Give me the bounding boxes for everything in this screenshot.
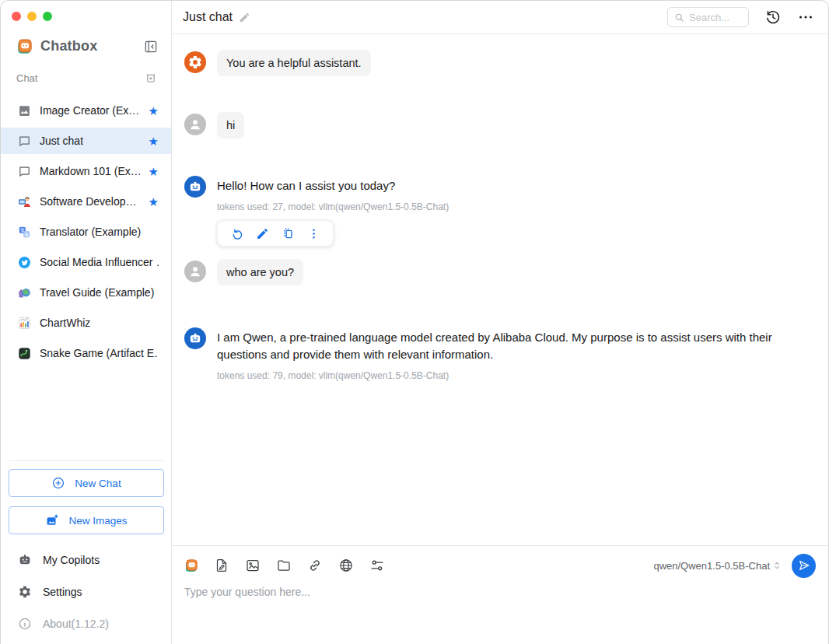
chart-icon [18,317,31,330]
sidebar-item-software-developer[interactable]: Software Develop… ★ [1,188,171,215]
star-icon[interactable]: ★ [149,105,159,117]
message-text: Hello! How can I assist you today? [217,174,449,194]
token-info: tokens used: 27, model: vllm(qwen/Qwen1.… [217,201,449,212]
sidebar-item-just-chat[interactable]: Just chat ★ [1,128,171,154]
conversation-title: Just chat [183,10,233,24]
app-window: Chatbox Chat Image Creator (Ex… ★ Just c… [0,0,829,644]
composer: qwen/Qwen1.5-0.5B-Chat [172,545,828,644]
more-actions-icon[interactable] [301,225,327,242]
star-icon[interactable]: ★ [149,166,159,177]
sidebar-item-chartwhiz[interactable]: ChartWhiz [1,310,171,336]
sidebar-item-snake-game[interactable]: Snake Game (Artifact E… [1,340,171,366]
unfold-arrows-icon [771,560,782,571]
about-button[interactable]: About(1.12.2) [1,607,171,639]
message-system: You are a helpful assistant. [184,50,816,76]
sidebar-item-image-creator[interactable]: Image Creator (Ex… ★ [1,97,171,124]
person-icon [187,117,203,132]
composer-toolbar: qwen/Qwen1.5-0.5B-Chat [184,552,816,579]
developer-icon [18,195,31,208]
main-panel: Just chat You are a helpful assistan [172,1,828,644]
model-selector[interactable]: qwen/Qwen1.5-0.5B-Chat [653,560,782,572]
message-user: who are you? [184,259,816,285]
message-text: I am Qwen, a pre-trained language model … [217,326,808,363]
message-input[interactable] [184,585,816,644]
edit-icon[interactable] [250,225,275,242]
sidebar-item-markdown-101[interactable]: Markdown 101 (Ex… ★ [1,158,171,184]
collapse-sidebar-icon[interactable] [143,39,159,54]
image-icon [18,104,31,117]
twitter-icon [18,256,31,269]
assistant-message-body: Hello! How can I assist you today? token… [217,174,449,247]
star-icon[interactable]: ★ [149,135,159,147]
sidebar-item-travel-guide[interactable]: Travel Guide (Example) [1,279,171,306]
link-icon[interactable] [307,558,323,573]
message-toolbar [217,220,334,247]
clear-conversations-icon[interactable] [145,72,157,84]
copy-icon[interactable] [275,225,301,242]
app-title: Chatbox [40,38,97,54]
sidebar: Chatbox Chat Image Creator (Ex… ★ Just c… [1,1,172,644]
chat-bubble-icon [18,135,31,148]
tune-settings-icon[interactable] [369,558,385,573]
chat-section-label: Chat [16,72,37,84]
plus-circle-icon [51,476,65,490]
chat-section-header: Chat [16,72,157,84]
robot-icon [187,179,203,194]
gear-icon [18,585,32,599]
token-info: tokens used: 79, model: vllm(qwen/Qwen1.… [217,370,808,381]
conversation-header: Just chat [172,1,828,34]
folder-icon[interactable] [276,558,292,573]
sidebar-bottom: New Chat New Images My Copilots Settings… [1,460,171,644]
my-copilots-button[interactable]: My Copilots [1,544,171,576]
star-icon[interactable]: ★ [149,196,159,208]
sidebar-divider [9,460,163,461]
travel-icon [18,286,31,299]
user-avatar [184,261,206,282]
attach-file-icon[interactable] [214,558,229,573]
new-images-button[interactable]: New Images [9,506,164,534]
search-input[interactable] [689,12,742,23]
message-assistant: Hello! How can I assist you today? token… [184,174,816,247]
window-controls [1,1,171,21]
gear-icon [187,54,203,70]
message-bubble: who are you? [217,259,303,285]
snake-icon [18,347,31,360]
edit-title-icon[interactable] [239,12,250,23]
sidebar-item-translator[interactable]: Translator (Example) [1,219,171,245]
message-bubble: hi [217,112,244,138]
assistant-avatar [184,327,206,349]
more-options-icon[interactable] [797,9,814,26]
web-browsing-icon[interactable] [338,558,354,573]
sidebar-item-social-media-influencer[interactable]: Social Media Influencer … [1,249,171,275]
message-user: hi [184,112,816,138]
robot-icon [18,553,32,567]
settings-button[interactable]: Settings [1,576,171,607]
attach-image-icon[interactable] [245,558,261,573]
assistant-message-body: I am Qwen, a pre-trained language model … [217,326,808,381]
user-avatar [184,114,206,135]
history-icon[interactable] [764,9,782,26]
zoom-window-button[interactable] [43,12,52,21]
message-bubble: You are a helpful assistant. [217,50,371,76]
minimize-window-button[interactable] [27,12,37,21]
translator-icon [18,226,31,239]
send-button[interactable] [792,554,816,578]
chat-bubble-icon [18,165,31,178]
close-window-button[interactable] [12,12,21,21]
brand-row: Chatbox [16,38,159,54]
new-chat-button[interactable]: New Chat [9,469,164,497]
send-icon [797,558,811,572]
search-box[interactable] [667,7,749,27]
chatbox-logo-icon [16,38,33,54]
assistant-avatar [184,176,206,198]
info-icon [18,617,32,631]
new-image-icon [45,513,59,527]
regenerate-icon[interactable] [224,225,250,242]
conversation-list: Image Creator (Ex… ★ Just chat ★ Markdow… [1,93,171,460]
message-list: You are a helpful assistant. hi Hello! H… [172,34,828,545]
robot-icon [187,331,203,346]
system-avatar [184,51,206,73]
model-name: qwen/Qwen1.5-0.5B-Chat [653,560,770,572]
chatbox-logo-icon[interactable] [184,558,198,572]
search-icon [674,12,684,23]
